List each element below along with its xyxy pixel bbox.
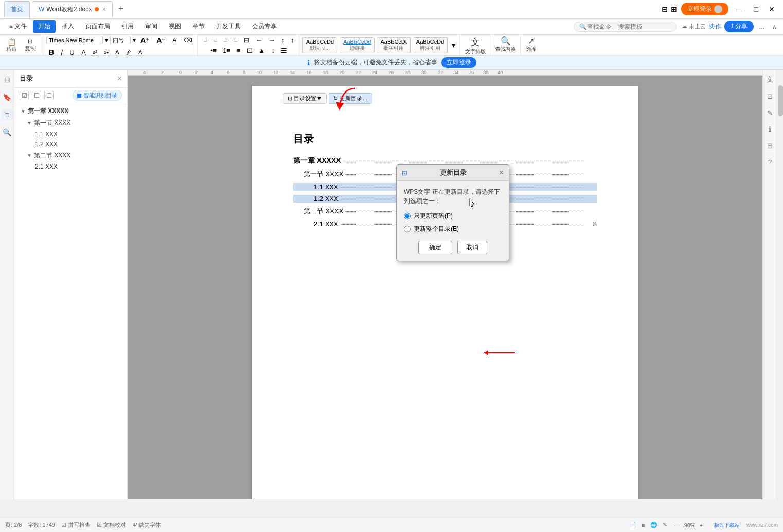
bullet-list-button[interactable]: •≡ [208,46,219,56]
update-toc-btn[interactable]: ↻ 更新目录… [329,93,372,104]
info-bar-login-btn[interactable]: 立即登录 [441,57,476,68]
highlight-button[interactable]: 🖊 [123,48,134,56]
align-left-button[interactable]: ≡ [201,35,210,45]
toc-item-1-1[interactable]: 1.1 XXX [14,129,127,139]
subscript-button[interactable]: x₂ [101,48,112,56]
tab-doc[interactable]: W Word教程2.docx × [32,1,113,17]
font-size-input[interactable] [110,36,131,44]
grid-view-btn[interactable]: ⊞ [671,5,677,13]
option-pages-only[interactable]: 只更新页码(P) [404,212,502,221]
sidebar-close-btn[interactable]: × [117,74,122,83]
view-mode-read-btn[interactable]: ✎ [663,522,667,528]
toc-settings-btn[interactable]: ⊡ 目录设置▼ [283,93,327,104]
line-spacing-button[interactable]: ↕ [269,46,277,56]
bookmark-panel-icon[interactable]: 🔖 [2,91,13,103]
tab-home[interactable]: 首页 [4,1,30,17]
login-button[interactable]: 立即登录 [681,3,728,15]
indent-decrease-button[interactable]: ← [253,35,265,45]
toc-item-1-2[interactable]: 1.2 XXX [14,139,127,150]
search-panel-icon[interactable]: 🔍 [2,126,13,138]
pages-panel-icon[interactable]: ⊟ [2,74,13,85]
toc-chapter1[interactable]: ▼ 第一章 XXXXX [14,105,127,117]
find-replace-button[interactable]: 🔍 查找替换 [493,35,518,54]
zoom-in-btn[interactable]: + [698,522,705,528]
style-endnote[interactable]: AaBbCcDt 批注引用 [377,37,410,53]
toc-check-all-btn[interactable]: ☑ [20,91,29,100]
font-color-button[interactable]: A [170,35,179,45]
clear-format-button[interactable]: ⌫ [181,35,195,45]
shading-button[interactable]: ▲ [256,46,268,56]
view-mode-web-btn[interactable]: 🌐 [650,522,657,528]
underline-color-button[interactable]: A̲ [136,48,145,56]
style-footnote[interactable]: AaBbCcDd 脚注引用 [413,37,448,53]
close-btn[interactable]: ✕ [764,4,779,14]
option-full-update[interactable]: 更新整个目录(E) [404,225,502,233]
menu-review[interactable]: 审阅 [140,20,163,33]
cut-button[interactable]: ✂ 剪切 [20,35,41,36]
sort-button[interactable]: ↕ [279,35,288,45]
font-color2-button[interactable]: A [79,48,88,56]
paste-button[interactable]: 📋 粘贴 [4,36,19,54]
toc-section1[interactable]: ▼ 第一节 XXXX [14,117,127,129]
style-normal[interactable]: AaBbCcDd 默认段… [302,37,337,53]
tile-view-btn[interactable]: ⊟ [662,5,668,13]
share-button[interactable]: ⤴ 分享 [724,21,754,32]
columns-button[interactable]: ⊟ [241,35,252,45]
radio-full-update[interactable] [404,226,411,232]
right-tool-translate[interactable]: 文 [764,74,776,85]
copy-button[interactable]: ⊡ 复制 [20,37,41,53]
decrease-font-button[interactable]: A⁻ [154,35,168,45]
right-tool-pen[interactable]: ✎ [764,107,776,118]
dialog-close-btn[interactable]: × [499,168,504,177]
view-mode-list-btn[interactable]: ≡ [642,522,645,528]
right-tool-capture[interactable]: ⊡ [764,90,776,102]
menu-references[interactable]: 引用 [116,20,139,33]
menu-layout[interactable]: 页面布局 [80,20,115,33]
menu-devtools[interactable]: 开发工具 [211,20,246,33]
align-right-button[interactable]: ≡ [221,35,230,45]
document-area[interactable]: 4 2 0 2 4 6 8 10 12 14 16 18 20 22 24 26… [128,70,762,499]
search-input[interactable] [587,23,659,30]
toc-item-2-1[interactable]: 2.1 XXX [14,161,127,172]
outline-button[interactable]: ≡ [234,46,243,56]
new-tab-button[interactable]: + [115,3,127,15]
numbered-list-button[interactable]: 1≡ [220,46,233,56]
toc-section2[interactable]: ▼ 第二节 XXXX [14,150,127,161]
indent-increase-button[interactable]: → [266,35,278,45]
vertical-scrollbar[interactable] [777,70,783,499]
toc-panel-icon[interactable]: ≡ [2,109,13,120]
italic-button[interactable]: I [58,47,65,56]
text-arrange-button[interactable]: 文 文字排版 [463,35,488,56]
toc-uncheck-btn[interactable]: ☐ [32,91,41,100]
font-name-input[interactable] [46,36,103,44]
styles-dropdown-btn[interactable]: ▾ [450,41,457,49]
radio-pages-only[interactable] [404,213,411,219]
right-tool-info[interactable]: ℹ [764,123,776,135]
select-button[interactable]: ↗ 选择 [524,35,538,54]
bold-button[interactable]: B [46,47,57,56]
maximize-btn[interactable]: □ [750,4,762,14]
dialog-ok-button[interactable]: 确定 [418,241,452,254]
align-justify-button[interactable]: ≡ [231,35,240,45]
para-spacing-button[interactable]: ↕ [288,35,297,45]
style-hyperlink[interactable]: AaBbCcDd 超链接 [340,37,375,53]
menu-view[interactable]: 视图 [164,20,186,33]
superscript-button[interactable]: x² [90,48,100,56]
menu-section[interactable]: 章节 [187,20,210,33]
align-center-button[interactable]: ≡ [211,35,220,45]
menu-member[interactable]: 会员专享 [247,20,282,33]
menu-insert[interactable]: 插入 [57,20,79,33]
strikethrough-button[interactable]: A̶ [113,48,122,56]
smart-toc-btn[interactable]: 智能识别目录 [73,90,122,101]
border-button[interactable]: ⊡ [244,46,255,56]
collapse-btn[interactable]: ∧ [770,22,779,31]
scrollbar-thumb[interactable] [778,85,783,116]
font-name-dropdown-icon[interactable]: ▾ [105,36,108,44]
menu-search-box[interactable]: 🔍 [574,22,677,32]
zoom-out-btn[interactable]: — [672,522,682,528]
underline-button[interactable]: U [67,47,77,56]
right-tool-grid[interactable]: ⊞ [764,140,776,151]
tab-close-btn[interactable]: × [102,5,106,13]
para-more-button[interactable]: ☰ [278,46,290,56]
toc-partial-check-btn[interactable]: ☐ [44,91,54,100]
